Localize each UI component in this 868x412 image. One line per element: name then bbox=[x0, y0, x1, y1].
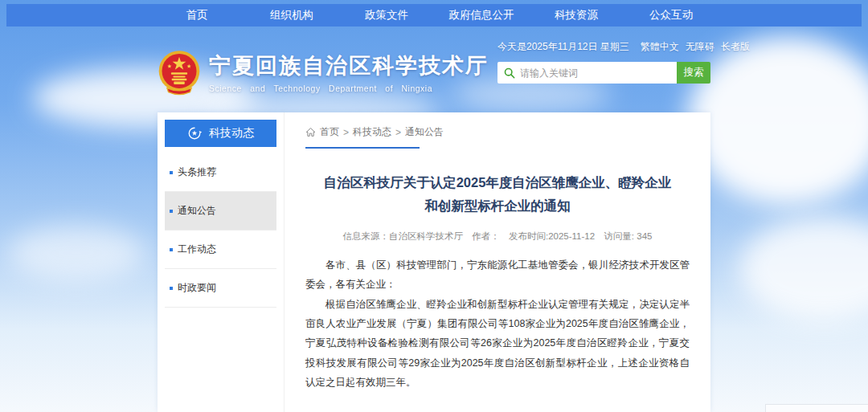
home-icon bbox=[305, 127, 316, 137]
current-date: 今天是2025年11月12日 星期三 bbox=[497, 40, 629, 54]
corner-widget bbox=[765, 404, 868, 412]
cloud-decoration bbox=[8, 225, 145, 281]
top-nav: 首页 组织机构 政策文件 政府信息公开 科技资源 公众互动 bbox=[6, 4, 862, 27]
masthead-right: 今天是2025年11月12日 星期三 繁體中文 无障碍 长者版 搜索 bbox=[497, 39, 710, 108]
content-area: 首页 > 科技动态 > 通知公告 自治区科技厅关于认定2025年度自治区雏鹰企业… bbox=[285, 112, 710, 412]
breadcrumb-separator: > bbox=[343, 127, 349, 138]
breadcrumb-underline bbox=[305, 147, 420, 149]
meta-source: 信息来源：自治区科学技术厅 bbox=[343, 231, 464, 241]
masthead: 宁夏回族自治区科学技术厅 Science and Technology Depa… bbox=[158, 39, 710, 108]
meta-pubtime: 发布时间:2025-11-12 bbox=[509, 231, 595, 241]
breadcrumb-home[interactable]: 首页 bbox=[320, 125, 339, 139]
article-title: 自治区科技厅关于认定2025年度自治区雏鹰企业、瞪羚企业 和创新型标杆企业的通知 bbox=[305, 171, 690, 218]
breadcrumb-notices[interactable]: 通知公告 bbox=[405, 125, 444, 139]
national-emblem-logo bbox=[158, 50, 201, 96]
sidebar-item-headline[interactable]: 头条推荐 bbox=[165, 153, 276, 192]
nav-item-home[interactable]: 首页 bbox=[149, 8, 244, 22]
cloud-decoration bbox=[739, 217, 868, 321]
site-title: 宁夏回族自治区科学技术厅 bbox=[209, 53, 489, 80]
nav-item-interaction[interactable]: 公众互动 bbox=[624, 8, 719, 22]
link-accessibility[interactable]: 无障碍 bbox=[686, 40, 714, 54]
sidebar: 科技动态 头条推荐 通知公告 工作动态 时政要闻 bbox=[158, 112, 285, 412]
breadcrumb-tech-news[interactable]: 科技动态 bbox=[353, 125, 391, 139]
nav-item-resources[interactable]: 科技资源 bbox=[529, 8, 624, 22]
sidebar-item-politics-news[interactable]: 时政要闻 bbox=[165, 269, 276, 308]
site-brand: 宁夏回族自治区科学技术厅 Science and Technology Depa… bbox=[158, 39, 489, 108]
link-traditional-chinese[interactable]: 繁體中文 bbox=[641, 40, 679, 54]
article-paragraph: 各市、县（区）科技管理部门，宁东能源化工基地管委会，银川经济技术开发区管委会，各… bbox=[305, 255, 690, 295]
nav-item-organization[interactable]: 组织机构 bbox=[244, 8, 339, 22]
sidebar-item-work-news[interactable]: 工作动态 bbox=[165, 230, 276, 269]
article-paragraph: 根据自治区雏鹰企业、瞪羚企业和创新型标杆企业认定管理有关规定，决定认定半亩良人农… bbox=[305, 295, 690, 393]
sidebar-header: 科技动态 bbox=[165, 120, 276, 147]
nav-item-policy[interactable]: 政策文件 bbox=[339, 8, 434, 22]
main-panel: 科技动态 头条推荐 通知公告 工作动态 时政要闻 首页 > 科技动态 > 通知公… bbox=[158, 112, 710, 412]
sidebar-item-notices[interactable]: 通知公告 bbox=[165, 192, 276, 230]
meta-author: 作者： bbox=[472, 231, 500, 241]
nav-item-gov-info[interactable]: 政府信息公开 bbox=[434, 8, 529, 22]
search-input[interactable] bbox=[520, 67, 670, 79]
page: 首页 组织机构 政策文件 政府信息公开 科技资源 公众互动 宁夏回族自治区科学技… bbox=[0, 0, 868, 412]
search-box bbox=[497, 62, 677, 84]
cloud-decoration bbox=[687, 36, 868, 205]
sidebar-title: 科技动态 bbox=[209, 126, 254, 141]
search-button[interactable]: 搜索 bbox=[677, 62, 710, 84]
breadcrumb: 首页 > 科技动态 > 通知公告 bbox=[305, 122, 690, 147]
link-elder-version[interactable]: 长者版 bbox=[721, 40, 750, 54]
circular-star-icon bbox=[187, 126, 202, 141]
article-meta: 信息来源：自治区科学技术厅 作者： 发布时间:2025-11-12 访问量: 3… bbox=[305, 230, 690, 243]
article-body: 各市、县（区）科技管理部门，宁东能源化工基地管委会，银川经济技术开发区管委会，各… bbox=[305, 255, 690, 393]
site-subtitle: Science and Technology Department of Nin… bbox=[209, 84, 489, 93]
search-icon bbox=[504, 67, 515, 79]
meta-views: 访问量: 345 bbox=[604, 231, 652, 241]
breadcrumb-separator: > bbox=[395, 127, 401, 138]
